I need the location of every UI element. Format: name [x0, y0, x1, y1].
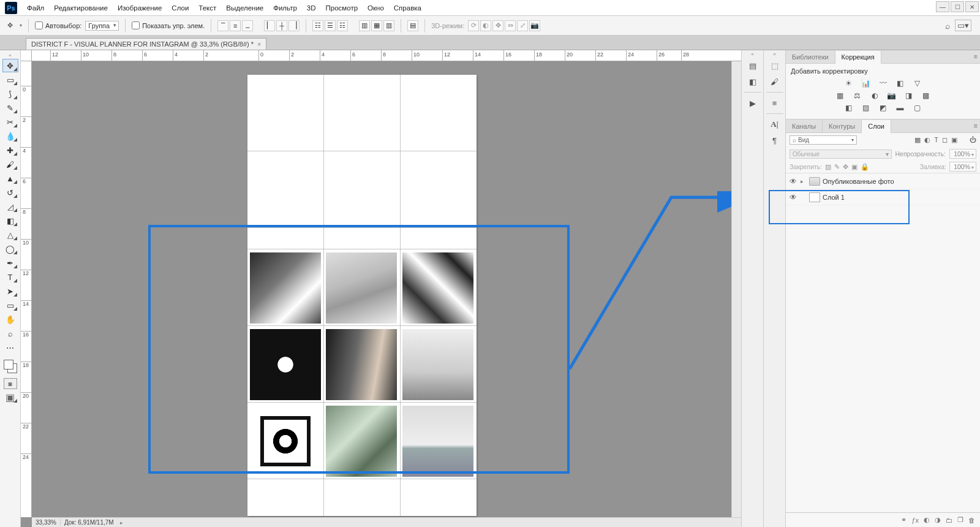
actions-panel-icon[interactable]: ▶ — [745, 96, 760, 110]
guide-vertical[interactable] — [323, 75, 324, 516]
tab-channels[interactable]: Каналы — [786, 120, 823, 132]
menu-file[interactable]: Файл — [22, 4, 49, 12]
path-select-tool[interactable]: ➤ — [2, 284, 18, 298]
align-right-icon[interactable]: ▕ — [288, 20, 300, 31]
filter-toggle-icon[interactable]: ⏻ — [970, 136, 976, 144]
guide-vertical[interactable] — [400, 75, 401, 516]
eraser-tool[interactable]: ◿ — [2, 200, 18, 213]
screen-mode-button[interactable]: ▣ — [4, 392, 17, 403]
lock-paint-icon[interactable]: ✎ — [834, 163, 840, 171]
autoselect-checkbox[interactable]: Автовыбор: — [35, 21, 81, 29]
vibrance-adj-icon[interactable]: ▽ — [912, 78, 923, 88]
opacity-input[interactable]: 100% — [949, 149, 976, 159]
new-adjustment-layer-icon[interactable]: ◑ — [935, 516, 941, 524]
new-layer-icon[interactable]: ❐ — [957, 516, 963, 524]
move-tool[interactable]: ✥ — [2, 59, 18, 72]
autoselect-check-input[interactable] — [35, 21, 43, 29]
grid-photo-8[interactable] — [326, 406, 397, 477]
selective-adj-icon[interactable]: ▢ — [912, 103, 923, 113]
menu-help[interactable]: Справка — [389, 4, 426, 12]
ruler-horizontal[interactable]: 12 10 8 6 4 2 0 2 4 6 8 10 12 14 16 18 2… — [32, 50, 741, 61]
threshold-adj-icon[interactable]: ◩ — [878, 103, 889, 113]
menu-edit[interactable]: Редактирование — [49, 4, 113, 12]
dock-collapse-icon[interactable]: « — [751, 51, 753, 56]
zoom-tool[interactable]: ⌕ — [2, 327, 18, 340]
dist-bottom-icon[interactable]: ☷ — [337, 20, 348, 31]
menu-filter[interactable]: Фильтр — [268, 4, 302, 12]
window-maximize-button[interactable]: ☐ — [951, 1, 964, 12]
crop-tool[interactable]: ✂ — [2, 115, 18, 129]
guide-horizontal[interactable] — [247, 151, 477, 151]
history-panel-icon[interactable]: ▤ — [745, 59, 760, 72]
balance-adj-icon[interactable]: ⚖ — [852, 91, 863, 100]
character-panel-icon[interactable]: A| — [767, 118, 782, 131]
menu-window[interactable]: Окно — [363, 4, 389, 12]
group-disclosure-icon[interactable]: ▸ — [801, 178, 807, 184]
brush-tool[interactable]: 🖌 — [2, 157, 18, 171]
layer-kind-select[interactable]: ⌕ Вид ▾ — [790, 135, 857, 145]
color-swatch[interactable] — [2, 358, 18, 374]
layer-item-background[interactable]: 👁 Слой 1 — [786, 189, 980, 205]
curves-adj-icon[interactable]: 〰 — [878, 78, 889, 88]
layer-thumbnail[interactable] — [809, 192, 820, 202]
layer-visibility-icon[interactable]: 👁 — [788, 193, 798, 202]
document-tab[interactable]: DISTRICT F - VISUAL PLANNER FOR INSTAGRA… — [26, 38, 266, 50]
photo-filter-adj-icon[interactable]: 📷 — [886, 91, 897, 100]
exposure-adj-icon[interactable]: ◧ — [895, 78, 906, 88]
align-bottom-icon[interactable]: ⎽ — [242, 20, 253, 31]
invert-adj-icon[interactable]: ◧ — [843, 103, 854, 113]
blend-mode-select[interactable]: Обычные — [790, 150, 892, 159]
show-transform-checkbox[interactable]: Показать упр. элем. — [132, 21, 205, 29]
grid-photo-7[interactable] — [250, 406, 321, 477]
layer-visibility-icon[interactable]: 👁 — [788, 177, 798, 186]
hsl-adj-icon[interactable]: ▦ — [835, 91, 846, 100]
dock-collapse-icon[interactable]: « — [773, 51, 775, 56]
levels-adj-icon[interactable]: 📊 — [861, 78, 872, 88]
workspace-switch-icon[interactable]: ▭▾ — [955, 20, 971, 31]
menu-text[interactable]: Текст — [194, 4, 221, 12]
quick-mask-button[interactable]: ◙ — [4, 378, 17, 389]
canvas-area[interactable]: 12 10 8 6 4 2 0 2 4 6 8 10 12 14 16 18 2… — [21, 50, 741, 527]
history-brush-tool[interactable]: ↺ — [2, 186, 18, 199]
quick-select-tool[interactable]: ✎ — [2, 101, 18, 115]
search-icon[interactable]: ⌕ — [945, 21, 950, 31]
panel-menu-icon[interactable]: ≡ — [974, 122, 978, 129]
ruler-origin[interactable] — [21, 50, 32, 61]
tab-paths[interactable]: Контуры — [823, 120, 862, 132]
new-group-icon[interactable]: 🗀 — [946, 517, 952, 524]
gradient-tool[interactable]: ◧ — [2, 214, 18, 227]
tab-layers[interactable]: Слои — [862, 120, 891, 133]
lock-position-icon[interactable]: ✥ — [843, 163, 848, 171]
guide-horizontal[interactable] — [247, 402, 477, 403]
link-layers-icon[interactable]: ⚭ — [901, 516, 907, 524]
layer-fx-icon[interactable]: ƒx — [911, 517, 919, 524]
align-left-icon[interactable]: ▏ — [264, 20, 275, 31]
dodge-tool[interactable]: ◯ — [2, 242, 18, 256]
menu-3d[interactable]: 3D — [302, 4, 321, 12]
zoom-level[interactable]: 33,33% — [32, 519, 61, 526]
align-hcenter-icon[interactable]: ┼ — [276, 20, 287, 31]
brightness-adj-icon[interactable]: ☀ — [843, 78, 854, 88]
pen-tool[interactable]: ✒ — [2, 256, 18, 270]
brushes-panel-icon[interactable]: 🖌 — [767, 75, 782, 88]
autoselect-mode-select[interactable]: Группа — [85, 21, 119, 31]
layer-name[interactable]: Слой 1 — [823, 194, 845, 201]
grid-photo-4[interactable] — [250, 329, 321, 400]
ruler-vertical[interactable]: 0 2 4 6 8 10 12 14 16 18 20 22 24 — [21, 61, 32, 517]
guide-horizontal[interactable] — [247, 479, 477, 479]
grid-photo-6[interactable] — [402, 329, 473, 400]
window-minimize-button[interactable]: — — [936, 1, 949, 12]
eyedropper-tool[interactable]: 💧 — [2, 129, 18, 143]
marquee-tool[interactable]: ▭ — [2, 73, 18, 86]
dist-right-icon[interactable]: ▥ — [383, 20, 394, 31]
tab-close-icon[interactable]: × — [257, 40, 261, 48]
edit-toolbar-icon[interactable]: ⋯ — [2, 341, 18, 354]
shape-tool[interactable]: ▭ — [2, 298, 18, 312]
grid-photo-1[interactable] — [250, 252, 321, 324]
lasso-tool[interactable]: ⟆ — [2, 87, 18, 100]
filter-type-icon[interactable]: T — [934, 136, 938, 144]
lock-artboard-icon[interactable]: ▣ — [851, 163, 858, 171]
type-tool[interactable]: T — [2, 270, 18, 284]
blur-tool[interactable]: △ — [2, 228, 18, 241]
menu-image[interactable]: Изображение — [113, 4, 167, 12]
